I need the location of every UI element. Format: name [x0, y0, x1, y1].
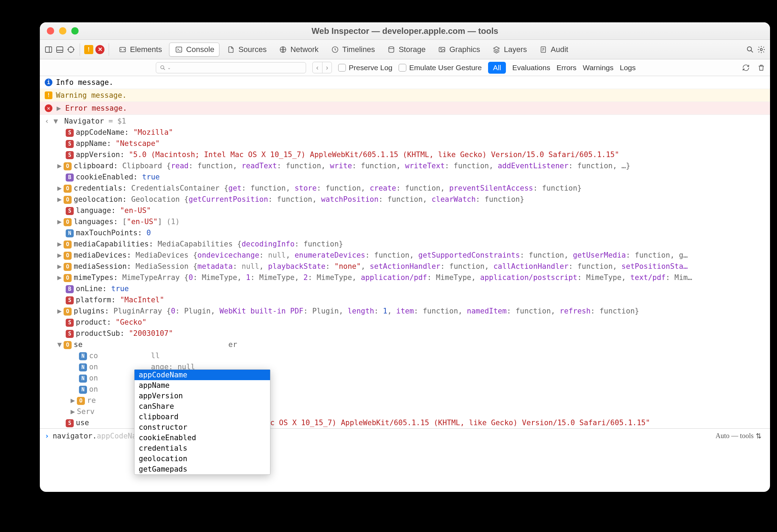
svg-rect-0	[45, 47, 52, 52]
dock-right-icon[interactable]	[44, 45, 53, 54]
window-title: Web Inspector — developer.apple.com — to…	[40, 26, 770, 36]
tab-elements[interactable]: Elements	[113, 43, 167, 56]
warning-message-row[interactable]: !Warning message.	[40, 89, 770, 102]
autocomplete-item[interactable]: credentials	[135, 443, 270, 453]
tree-row[interactable]: OmediaSession: MediaSession {metadata: n…	[45, 261, 770, 272]
tree-row[interactable]: SappVersion: "5.0 (Macintosh; Intel Mac …	[45, 149, 770, 160]
tree-row[interactable]: ‹ Navigator = $1	[45, 116, 770, 127]
search-nav: ‹›	[312, 62, 332, 73]
tab-label: Sources	[238, 45, 267, 54]
minimize-window-button[interactable]	[59, 27, 66, 35]
titlebar: Web Inspector — developer.apple.com — to…	[40, 22, 770, 40]
search-prev-button[interactable]: ‹	[313, 62, 322, 73]
tab-layers[interactable]: Layers	[487, 43, 532, 56]
chevron-updown-icon: ⇅	[756, 432, 762, 440]
tab-audit[interactable]: Audit	[534, 43, 573, 56]
filter-all[interactable]: All	[488, 62, 506, 74]
svg-point-4	[68, 47, 74, 52]
tab-label: Timelines	[342, 45, 375, 54]
tree-row[interactable]: Olanguages: ["en-US"] (1)	[45, 216, 770, 227]
chevron-right-icon: ▶	[57, 103, 61, 114]
tab-sources[interactable]: Sources	[222, 43, 271, 56]
tab-network[interactable]: Network	[274, 43, 324, 56]
preserve-log-checkbox[interactable]: Preserve Log	[338, 64, 392, 72]
tree-row[interactable]: SappName: "Netscape"	[45, 138, 770, 149]
tree-row[interactable]: OmediaDevices: MediaDevices {ondevicecha…	[45, 250, 770, 261]
tree-row[interactable]: Oplugins: PluginArray {0: Plugin, WebKit…	[45, 305, 770, 317]
tree-row[interactable]: NmaxTouchPoints: 0	[45, 227, 770, 238]
dock-bottom-icon[interactable]	[55, 45, 64, 54]
svg-point-20	[161, 66, 164, 69]
svg-line-18	[751, 50, 753, 52]
message-text: Warning message.	[56, 90, 126, 101]
info-message-row[interactable]: iInfo message.	[40, 76, 770, 89]
tree-row[interactable]: Splatform: "MacIntel"	[45, 294, 770, 305]
tree-row[interactable]: BonLine: true	[45, 283, 770, 294]
autocomplete-item[interactable]: constructor	[135, 422, 270, 433]
search-next-button[interactable]: ›	[322, 62, 332, 73]
autocomplete-item[interactable]: geolocation	[135, 453, 270, 464]
console-filter-bar: ⌄ ‹› Preserve Log Emulate User Gesture A…	[40, 59, 770, 76]
layers-icon	[492, 45, 501, 54]
tree-row[interactable]: Sproduct: "Gecko"	[45, 317, 770, 328]
checkbox-label: Emulate User Gesture	[409, 64, 482, 72]
timelines-icon	[331, 45, 340, 54]
autocomplete-item[interactable]: appName	[135, 380, 270, 391]
tab-timelines[interactable]: Timelines	[326, 43, 380, 56]
elements-icon	[118, 45, 127, 54]
close-window-button[interactable]	[47, 27, 54, 35]
clear-console-icon[interactable]	[757, 63, 766, 72]
console-icon	[174, 45, 183, 54]
warning-icon: !	[45, 91, 52, 99]
autocomplete-item[interactable]: canShare	[135, 401, 270, 412]
tab-storage[interactable]: Storage	[382, 43, 430, 56]
tree-row[interactable]: OmediaCapabilities: MediaCapabilities {d…	[45, 238, 770, 250]
errors-count-icon[interactable]: ✕	[95, 45, 104, 54]
audit-icon	[539, 45, 548, 54]
autocomplete-item[interactable]: getGamepads	[135, 464, 270, 474]
reload-icon[interactable]	[741, 63, 750, 72]
tree-row[interactable]: SappCodeName: "Mozilla"	[45, 127, 770, 138]
message-text: Error message.	[65, 103, 127, 114]
autocomplete-item[interactable]: clipboard	[135, 412, 270, 422]
tab-console[interactable]: Console	[169, 43, 220, 57]
error-message-row[interactable]: ✕▶Error message.	[40, 102, 770, 115]
execution-context-selector[interactable]: Auto — tools ⇅	[716, 432, 762, 440]
svg-line-21	[164, 68, 165, 69]
emulate-gesture-checkbox[interactable]: Emulate User Gesture	[399, 64, 482, 72]
message-text: Info message.	[56, 77, 113, 88]
prompt-chevron-icon: ›	[45, 432, 49, 440]
tree-row[interactable]: Ogeolocation: Geolocation {getCurrentPos…	[45, 194, 770, 205]
storage-icon	[387, 45, 396, 54]
autocomplete-item[interactable]: cookieEnabled	[135, 433, 270, 443]
svg-point-17	[747, 47, 751, 51]
warnings-count-icon[interactable]: !	[84, 45, 93, 54]
tree-row[interactable]: Slanguage: "en-US"	[45, 205, 770, 216]
console-search-input[interactable]: ⌄	[156, 62, 306, 73]
search-icon[interactable]	[746, 45, 755, 54]
tree-row[interactable]: BcookieEnabled: true	[45, 171, 770, 183]
tab-graphics[interactable]: Graphics	[433, 43, 485, 56]
tab-label: Console	[186, 45, 215, 54]
tree-row[interactable]: OmimeTypes: MimeTypeArray {0: MimeType, …	[45, 272, 770, 283]
tab-label: Audit	[551, 45, 568, 54]
settings-icon[interactable]	[757, 45, 766, 54]
autocomplete-item[interactable]: appCodeName	[135, 370, 270, 380]
tree-row[interactable]: OserviceWorker: ServiceWorkerContainer	[45, 339, 770, 350]
inspector-window: Web Inspector — developer.apple.com — to…	[40, 22, 770, 492]
filter-evaluations[interactable]: Evaluations	[512, 64, 550, 72]
autocomplete-item[interactable]: appVersion	[135, 391, 270, 401]
sources-icon	[226, 45, 235, 54]
tab-label: Elements	[130, 45, 162, 54]
prompt-typed: navigator.	[53, 432, 97, 440]
tree-row[interactable]: Oclipboard: Clipboard {read: function, r…	[45, 160, 770, 171]
tree-row[interactable]: SproductSub: "20030107"	[45, 328, 770, 339]
tree-row[interactable]: Ocredentials: CredentialsContainer {get:…	[45, 183, 770, 194]
error-icon: ✕	[45, 104, 52, 112]
element-picker-icon[interactable]	[66, 45, 75, 54]
tree-row[interactable]: Ncontroller: null	[45, 350, 770, 361]
zoom-window-button[interactable]	[71, 27, 79, 35]
filter-errors[interactable]: Errors	[557, 64, 576, 72]
filter-logs[interactable]: Logs	[620, 64, 636, 72]
filter-warnings[interactable]: Warnings	[583, 64, 613, 72]
